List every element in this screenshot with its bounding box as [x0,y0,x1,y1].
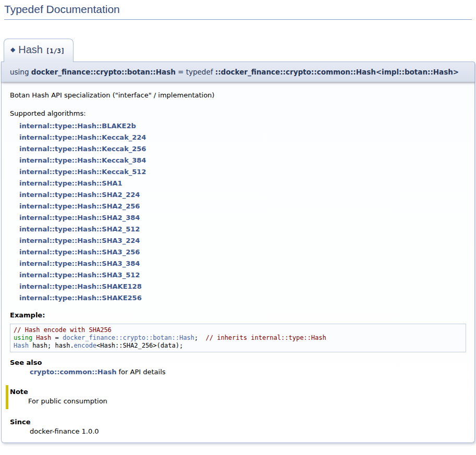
algorithm-link[interactable]: internal::type::Hash::SHAKE128 [19,282,142,290]
member-description: Botan Hash API specialization ("interfac… [10,91,466,99]
algorithms-list: internal::type::Hash::BLAKE2binternal::t… [19,120,466,304]
code-token-plain: <Hash::SHA2_256>(data); [96,342,183,349]
code-ref-link[interactable]: docker_finance::crypto::botan::Hash [63,334,194,341]
algorithm-row: internal::type::Hash::Keccak_384 [19,155,466,166]
algorithm-link[interactable]: internal::type::Hash::Keccak_512 [19,168,146,176]
code-token-typeref: Hash [36,334,51,341]
algorithm-link[interactable]: internal::type::Hash::SHA2_224 [19,191,140,199]
algorithm-row: internal::type::Hash::SHA2_512 [19,224,466,235]
see-also-content: crypto::common::Hash for API details [30,368,466,376]
example-label: Example: [10,311,466,319]
algorithm-link[interactable]: internal::type::Hash::SHA3_384 [19,260,140,267]
algorithm-link[interactable]: internal::type::Hash::BLAKE2b [19,122,136,130]
algorithm-link[interactable]: internal::type::Hash::Keccak_384 [19,156,146,164]
example-section: Example: [10,311,466,319]
note-section: Note For public consumption [6,385,466,409]
code-block: // Hash encode with SHA256using Hash = d… [10,324,466,352]
algorithm-link[interactable]: internal::type::Hash::SHA2_256 [19,202,140,210]
algorithm-row: internal::type::Hash::SHA3_224 [19,235,466,247]
supported-algorithms-label: Supported algorithms: [10,109,466,117]
code-token-plain: ; [194,334,206,341]
decl-typedef-name: docker_finance::crypto::botan::Hash [31,68,176,76]
algorithm-row: internal::type::Hash::SHAKE256 [19,292,466,304]
algorithm-link[interactable]: internal::type::Hash::SHA1 [19,179,123,187]
see-also-suffix: for API details [116,368,165,376]
code-ref-link[interactable]: Hash [14,342,29,349]
algorithm-link[interactable]: internal::type::Hash::SHA2_512 [19,225,140,233]
page-title: Typedef Documentation [4,3,472,20]
member-declaration: using docker_finance::crypto::botan::Has… [1,62,475,82]
code-token-plain: = [51,334,63,341]
code-line: Hash hash; hash.encode<Hash::SHA2_256>(d… [14,342,462,350]
algorithm-row: internal::type::Hash::BLAKE2b [19,120,466,132]
note-label: Note [10,388,466,396]
code-token-comment: // inherits internal::type::Hash [206,334,326,341]
algorithm-link[interactable]: internal::type::Hash::SHA3_224 [19,237,140,244]
algorithm-row: internal::type::Hash::SHA3_512 [19,269,466,281]
decl-using-keyword: using [10,68,31,76]
algorithm-link[interactable]: internal::type::Hash::SHA3_512 [19,271,140,279]
algorithm-row: internal::type::Hash::Keccak_512 [19,166,466,178]
code-token-comment: // Hash encode with SHA256 [14,326,112,334]
member-name: Hash [18,44,43,55]
code-token-keyword: using [14,334,32,341]
decl-target-type: ::docker_finance::crypto::common::Hash<i… [215,68,459,76]
algorithm-row: internal::type::Hash::Keccak_256 [19,143,466,155]
algorithm-link[interactable]: internal::type::Hash::Keccak_256 [19,145,146,153]
see-also-section: See also crypto::common::Hash for API de… [10,359,466,376]
algorithm-row: internal::type::Hash::SHA3_384 [19,258,466,269]
member-tab: ◆Hash[1/3] [4,39,74,62]
algorithm-row: internal::type::Hash::SHA2_224 [19,189,466,201]
code-line: // Hash encode with SHA256 [14,326,462,334]
algorithm-row: internal::type::Hash::Keccak_224 [19,132,466,143]
algorithm-row: internal::type::Hash::SHA2_256 [19,201,466,212]
since-section: Since docker-finance 1.0.0 [10,418,466,435]
code-token-plain: hash; hash. [29,342,74,349]
see-also-link[interactable]: crypto::common::Hash [30,368,116,376]
algorithm-link[interactable]: internal::type::Hash::Keccak_224 [19,133,146,141]
member-documentation: Botan Hash API specialization ("interfac… [1,82,475,443]
note-text: For public consumption [28,397,466,405]
since-text: docker-finance 1.0.0 [30,427,466,435]
algorithm-link[interactable]: internal::type::Hash::SHA2_384 [19,214,140,222]
code-ref-link[interactable]: encode [74,342,96,349]
algorithm-row: internal::type::Hash::SHA1 [19,178,466,189]
since-label: Since [10,418,466,426]
algorithm-link[interactable]: internal::type::Hash::SHA3_256 [19,248,140,256]
typedef-member-section: ◆Hash[1/3] using docker_finance::crypto:… [1,39,475,443]
algorithm-row: internal::type::Hash::SHA3_256 [19,247,466,258]
algorithm-link[interactable]: internal::type::Hash::SHAKE256 [19,294,142,302]
algorithm-row: internal::type::Hash::SHAKE128 [19,281,466,292]
code-line: using Hash = docker_finance::crypto::bot… [14,334,462,342]
member-overload-index: [1/3] [46,47,65,55]
algorithm-row: internal::type::Hash::SHA2_384 [19,212,466,224]
see-also-label: See also [10,359,466,366]
decl-equals-typedef: = typedef [176,68,215,76]
anchor-diamond-icon[interactable]: ◆ [10,46,15,53]
